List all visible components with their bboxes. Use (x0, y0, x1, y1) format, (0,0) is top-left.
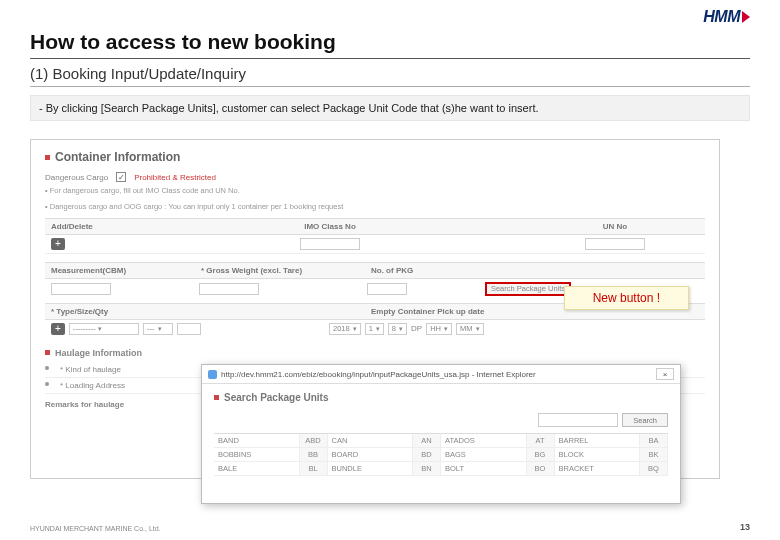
instruction-note: - By clicking [Search Package Units], cu… (30, 95, 750, 121)
pkg-name[interactable]: BAGS (441, 448, 527, 462)
bullet-icon (45, 350, 50, 355)
dangerous-cargo-label: Dangerous Cargo (45, 173, 108, 182)
prohibited-link[interactable]: Prohibited & Restricted (134, 173, 216, 182)
pkg-name[interactable]: BAND (214, 434, 300, 448)
pkg-count-input[interactable] (367, 283, 407, 295)
subtitle-divider (30, 86, 750, 87)
container-info-heading: Container Information (45, 150, 705, 164)
ie-icon (208, 370, 217, 379)
package-search-button[interactable]: Search (622, 413, 668, 427)
page-title: How to access to new booking (30, 30, 750, 54)
pkg-code: BO (527, 462, 555, 476)
col-add-delete: Add/Delete (45, 218, 135, 234)
bullet-icon (45, 366, 49, 370)
footer-copyright: HYUNDAI MERCHANT MARINE Co., Ltd. (30, 525, 161, 532)
search-package-units-popup: http://dev.hmm21.com/ebiz/ebooking/input… (201, 364, 681, 504)
pkg-name[interactable]: BOBBINS (214, 448, 300, 462)
pkg-name[interactable]: BARREL (555, 434, 641, 448)
qty-input[interactable] (177, 323, 201, 335)
col-pkg: No. of PKG (365, 263, 485, 278)
hour-select[interactable]: HH (426, 323, 452, 335)
year-select[interactable]: 2018 (329, 323, 361, 335)
minute-select[interactable]: MM (456, 323, 484, 335)
hint-text-2: • Dangerous cargo and OOG cargo : You ca… (45, 202, 705, 212)
pkg-name[interactable]: BLOCK (555, 448, 641, 462)
col-un: UN No (525, 218, 705, 234)
loading-address-label: * Loading Address (60, 381, 125, 390)
title-divider (30, 58, 750, 59)
pkg-code: ABD (300, 434, 328, 448)
pkg-name[interactable]: ATADOS (441, 434, 527, 448)
pkg-name[interactable]: CAN (328, 434, 414, 448)
measurement-input[interactable] (51, 283, 111, 295)
brand-logo-text: HMM (703, 8, 740, 26)
size-select[interactable]: --- (143, 323, 173, 335)
package-units-grid: BANDABD CANAN ATADOSAT BARRELBA BOBBINSB… (214, 433, 668, 476)
col-gross: * Gross Weight (excl. Tare) (195, 263, 365, 278)
pkg-code: BD (413, 448, 441, 462)
pkg-code: BN (413, 462, 441, 476)
type-select[interactable]: --------- (69, 323, 139, 335)
hint-text-1: • For dangerous cargo, fill out IMO Clas… (45, 186, 705, 196)
pkg-name[interactable]: BRACKET (555, 462, 641, 476)
pkg-code: BQ (640, 462, 668, 476)
popup-url: http://dev.hmm21.com/ebiz/ebooking/input… (221, 370, 536, 379)
col-measurement: Measurement(CBM) (45, 263, 195, 278)
pkg-name[interactable]: BALE (214, 462, 300, 476)
kind-haulage-label: * Kind of haulage (60, 365, 121, 374)
col-type: * Type/Size/Qty (45, 304, 365, 319)
popup-heading: Search Package Units (214, 392, 668, 403)
dp-label: DP (411, 324, 422, 333)
pkg-name[interactable]: BUNDLE (328, 462, 414, 476)
un-input[interactable] (585, 238, 645, 250)
package-search-input[interactable] (538, 413, 618, 427)
new-button-callout: New button ! (564, 286, 689, 310)
gross-weight-input[interactable] (199, 283, 259, 295)
page-number: 13 (740, 522, 750, 532)
popup-close-button[interactable]: × (656, 368, 674, 380)
brand-logo: HMM (703, 8, 750, 26)
search-package-units-button[interactable]: Search Package Units (485, 282, 571, 296)
haulage-heading: Haulage Information (45, 348, 705, 358)
pkg-code: AT (527, 434, 555, 448)
pkg-code: BK (640, 448, 668, 462)
brand-logo-arrow-icon (742, 11, 750, 23)
pkg-code: BG (527, 448, 555, 462)
bullet-icon (45, 382, 49, 386)
day-select[interactable]: 8 (388, 323, 407, 335)
page-subtitle: (1) Booking Input/Update/Inquiry (30, 65, 750, 82)
pkg-name[interactable]: BOLT (441, 462, 527, 476)
add-row-button[interactable]: + (51, 238, 65, 250)
bullet-icon (214, 395, 219, 400)
col-imo: IMO Class No (135, 218, 525, 234)
embedded-screenshot: Container Information Dangerous Cargo ✓ … (30, 139, 720, 479)
imo-table: Add/Delete IMO Class No UN No + (45, 218, 705, 254)
imo-input[interactable] (300, 238, 360, 250)
dangerous-cargo-checkbox[interactable]: ✓ (116, 172, 126, 182)
pkg-code: BB (300, 448, 328, 462)
add-type-button[interactable]: + (51, 323, 65, 335)
table-row: + (45, 234, 705, 253)
pkg-code: AN (413, 434, 441, 448)
bullet-icon (45, 155, 50, 160)
pkg-code: BL (300, 462, 328, 476)
pkg-code: BA (640, 434, 668, 448)
pkg-name[interactable]: BOARD (328, 448, 414, 462)
month-select[interactable]: 1 (365, 323, 384, 335)
